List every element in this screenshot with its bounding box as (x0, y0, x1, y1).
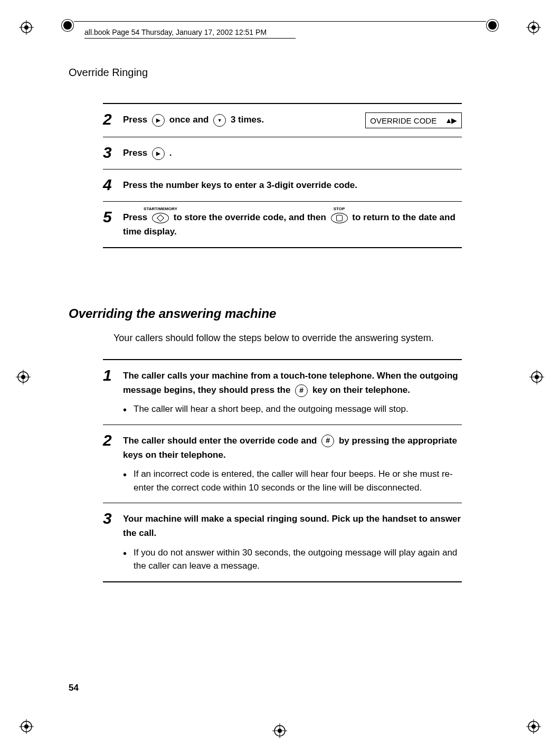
bullet-item: • If you do not answer within 30 seconds… (123, 546, 462, 573)
steps-block-a: 2 Press once and 3 times. OVERRIDE CODE … (103, 103, 462, 248)
steps-block-b: 1 The caller calls your machine from a t… (103, 359, 462, 582)
step-text: The caller calls your machine from a tou… (123, 371, 420, 381)
right-arrow-button-icon (152, 147, 165, 160)
step-text: Press (123, 212, 150, 222)
step-text: The caller should enter the override cod… (123, 436, 319, 446)
step-number: 4 (103, 177, 123, 193)
hash-key-icon: # (295, 384, 308, 397)
step-text: Your machine will make a special ringing… (123, 512, 462, 540)
step-b2: 2 The caller should enter the override c… (103, 425, 462, 503)
step-4: 4 Press the number keys to enter a 3-dig… (103, 169, 462, 201)
lcd-display: OVERRIDE CODE ▲▶ (365, 112, 462, 128)
step-number: 2 (103, 111, 123, 127)
bullet-item: • If an incorrect code is entered, the c… (123, 467, 462, 494)
step-number: 3 (103, 511, 123, 526)
bullet-text: If you do not answer within 30 seconds, … (134, 546, 462, 573)
step-text: to store the override code, and then (174, 212, 329, 222)
intro-text: Your callers should follow the steps bel… (113, 333, 434, 344)
step-number: 5 (103, 209, 123, 225)
step-3: 3 Press . (103, 137, 462, 169)
step-number: 3 (103, 145, 123, 161)
step-b1: 1 The caller calls your machine from a t… (103, 359, 462, 425)
step-text: once and (169, 115, 211, 125)
bullet-text: If an incorrect code is entered, the cal… (134, 467, 462, 494)
step-number: 2 (103, 432, 123, 448)
display-arrows-icon: ▲▶ (445, 116, 456, 125)
stop-button-icon: STOP (331, 213, 348, 223)
header-underline (84, 38, 296, 39)
step-text: 3 times. (231, 115, 264, 125)
registration-mark-icon (529, 370, 544, 384)
bullet-icon: • (123, 469, 134, 480)
step-2: 2 Press once and 3 times. OVERRIDE CODE … (103, 103, 462, 137)
subheading: Overriding the answering machine (69, 306, 276, 321)
header-rule (74, 21, 486, 22)
registration-mark-icon (526, 20, 541, 35)
registration-mark-icon (19, 20, 34, 35)
step-text: Press the number keys to enter a 3-digit… (123, 178, 462, 192)
display-text: OVERRIDE CODE (370, 116, 436, 125)
down-arrow-button-icon (213, 114, 226, 127)
step-b3: 3 Your machine will make a special ringi… (103, 503, 462, 582)
step-text: . (169, 148, 172, 158)
running-header: all.book Page 54 Thursday, January 17, 2… (84, 28, 267, 36)
bullet-text: The caller will hear a short beep, and t… (134, 402, 409, 416)
page-number: 54 (69, 683, 79, 693)
hash-key-icon: # (321, 435, 334, 447)
registration-mark-icon (526, 719, 541, 734)
registration-mark-icon (19, 719, 34, 734)
section-title: Override Ringing (69, 67, 148, 79)
accent-circle-icon (63, 21, 72, 30)
bullet-item: • The caller will hear a short beep, and… (123, 402, 462, 416)
button-label: STOP (334, 206, 345, 213)
step-5: 5 Press START/MEMORY to store the overri… (103, 201, 462, 248)
registration-mark-icon (272, 723, 287, 738)
registration-mark-icon (16, 370, 31, 384)
step-text: Press (123, 115, 150, 125)
bullet-icon: • (123, 404, 134, 415)
step-text: Press (123, 148, 150, 158)
accent-circle-icon (488, 21, 497, 30)
bullet-icon: • (123, 548, 134, 559)
step-number: 1 (103, 367, 123, 383)
button-label: START/MEMORY (144, 206, 177, 213)
step-text: key on their telephone. (312, 385, 410, 395)
right-arrow-button-icon (152, 114, 165, 127)
start-memory-button-icon: START/MEMORY (152, 213, 169, 223)
